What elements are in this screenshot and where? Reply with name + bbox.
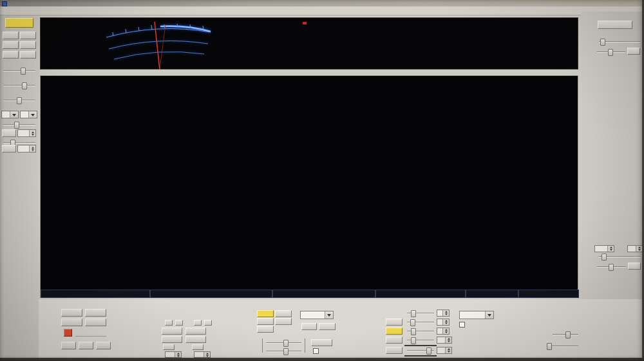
af-slider[interactable]	[3, 68, 35, 73]
peak-button[interactable]	[319, 323, 336, 330]
anf-button[interactable]	[275, 310, 292, 317]
nb-button[interactable]	[257, 318, 274, 325]
sql-button-1[interactable]	[2, 129, 16, 137]
rec-button[interactable]	[20, 51, 36, 59]
vox-slider[interactable]	[407, 337, 434, 343]
chevron-down-icon[interactable]	[325, 311, 333, 319]
spinner-arrows-icon[interactable]	[442, 328, 449, 334]
step-a-minus-button[interactable]	[165, 320, 173, 326]
comp-slider[interactable]	[407, 319, 434, 325]
rit-spin-value	[194, 352, 204, 357]
cpdr-slider[interactable]	[407, 328, 434, 334]
comp-button[interactable]	[386, 319, 402, 326]
bin-button[interactable]	[257, 326, 274, 333]
rit-spin[interactable]	[194, 351, 211, 358]
power-on-button[interactable]	[5, 18, 33, 28]
memory-ms-button[interactable]	[79, 342, 93, 349]
filter-res-button[interactable]	[628, 263, 641, 270]
show-tx-filter-checkbox[interactable]	[459, 322, 467, 328]
sql-spin-1[interactable]	[17, 129, 36, 137]
vfo-snc-button[interactable]	[85, 319, 106, 326]
swap-checkbox[interactable]	[313, 348, 321, 354]
cpdr-spin[interactable]	[437, 328, 450, 335]
nb2-button[interactable]	[275, 318, 292, 325]
xit-spin[interactable]	[165, 351, 182, 358]
gate-slider[interactable]	[407, 347, 434, 353]
spinner-arrows-icon[interactable]	[607, 246, 614, 252]
notch-res-button[interactable]	[627, 48, 640, 55]
memory-vfoa-button[interactable]	[61, 309, 82, 317]
subrx-button[interactable]	[311, 339, 332, 346]
mut-button[interactable]	[20, 41, 36, 49]
checkbox-icon[interactable]	[313, 348, 319, 354]
a-gt-b-button[interactable]	[185, 328, 206, 335]
play-button[interactable]	[3, 51, 19, 59]
agc-dropdown-1[interactable]	[1, 111, 19, 118]
agc-dropdown-2[interactable]	[20, 111, 37, 118]
panafall-canvas[interactable]	[41, 76, 579, 290]
step-a-plus-button[interactable]	[175, 320, 183, 326]
comp-spin[interactable]	[437, 319, 450, 326]
pan-slider[interactable]	[553, 331, 578, 337]
a-lt-b-button[interactable]	[162, 336, 182, 343]
mic-gain-slider[interactable]	[407, 310, 434, 316]
vfo-lock-button[interactable]	[61, 319, 82, 326]
mic-gain-spin[interactable]	[437, 310, 450, 317]
pwr-slider[interactable]	[3, 97, 35, 103]
cpdr-button[interactable]	[386, 328, 402, 335]
spinner-arrows-icon[interactable]	[29, 145, 35, 152]
spinner-arrows-icon[interactable]	[445, 337, 451, 343]
manual-notch-button[interactable]	[598, 21, 632, 29]
spinner-arrows-icon[interactable]	[445, 347, 451, 353]
spinner-arrows-icon[interactable]	[636, 246, 642, 252]
subrx-slider-1[interactable]	[266, 340, 301, 346]
chevron-down-icon[interactable]	[10, 111, 18, 118]
spinner-arrows-icon[interactable]	[442, 310, 449, 316]
split-button[interactable]	[162, 328, 182, 335]
gate-value	[437, 347, 445, 353]
zoom-slider[interactable]	[547, 343, 578, 349]
genesis-radio-window	[0, 0, 644, 361]
memory-mc-button[interactable]	[96, 342, 111, 349]
spinner-arrows-icon[interactable]	[175, 352, 181, 357]
display-mode-dropdown[interactable]	[300, 311, 334, 319]
spinner-arrows-icon[interactable]	[29, 130, 35, 136]
notch-width-slider[interactable]	[599, 39, 640, 44]
vox-button[interactable]	[386, 337, 402, 344]
rit-button[interactable]	[192, 344, 204, 350]
agc-slider[interactable]	[3, 122, 35, 127]
title-bar[interactable]	[0, 0, 644, 6]
memory-mr-button[interactable]	[61, 342, 76, 349]
checkbox-icon[interactable]	[459, 322, 465, 328]
sql-button-2[interactable]	[2, 145, 16, 153]
step-b-plus-button[interactable]	[204, 320, 212, 326]
chevron-down-icon[interactable]	[485, 311, 493, 319]
vox-spin[interactable]	[437, 337, 452, 344]
gate-button[interactable]	[386, 347, 402, 354]
a-swap-b-button[interactable]	[185, 336, 206, 343]
vfo-display-panel	[40, 17, 578, 69]
filter-shift-slider[interactable]	[597, 264, 626, 270]
gate-spin[interactable]	[437, 347, 452, 354]
mox-button[interactable]	[3, 41, 19, 49]
rf-slider[interactable]	[3, 82, 35, 88]
spinner-arrows-icon[interactable]	[442, 319, 449, 325]
transmit-profile-dropdown[interactable]	[459, 311, 494, 319]
subrx-slider-2[interactable]	[266, 348, 301, 354]
step-b-minus-button[interactable]	[194, 320, 202, 326]
filter-high-spin[interactable]	[627, 245, 643, 252]
memory-zap-button[interactable]	[85, 309, 106, 317]
xit-button[interactable]	[163, 344, 175, 350]
chevron-down-icon[interactable]	[28, 111, 37, 118]
avg-button[interactable]	[301, 323, 317, 330]
notch-shift-slider[interactable]	[597, 49, 625, 55]
nr-button[interactable]	[257, 310, 274, 317]
memory-slot-button[interactable]	[64, 329, 72, 337]
filter-width-slider[interactable]	[598, 254, 641, 259]
tun-button[interactable]	[20, 32, 36, 39]
spinner-arrows-icon[interactable]	[204, 352, 210, 357]
sql-spin-2[interactable]	[17, 145, 36, 153]
filter-low-spin[interactable]	[594, 245, 614, 252]
mon-button[interactable]	[3, 32, 19, 39]
cpdr-value	[437, 328, 442, 334]
